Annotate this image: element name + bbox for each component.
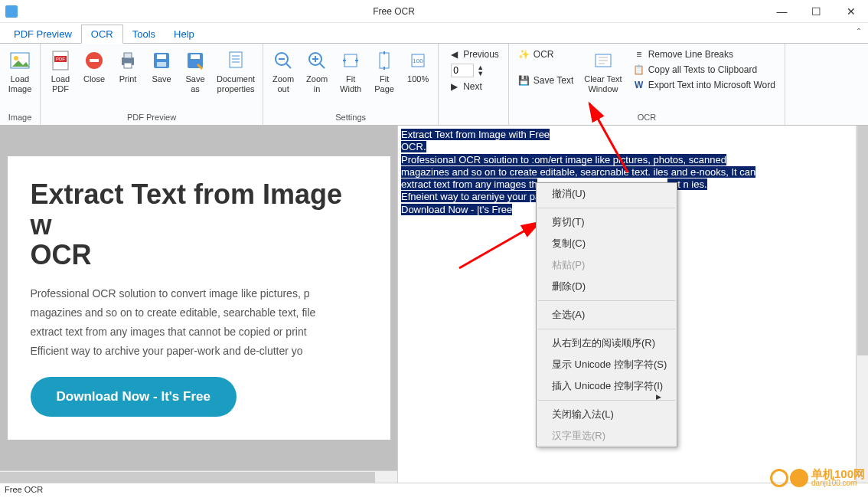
page-heading: Extract Text from Image wOCR bbox=[31, 179, 367, 270]
svg-point-1 bbox=[14, 56, 18, 61]
ctx-copy[interactable]: 复制(C) bbox=[537, 233, 677, 254]
fit-page-icon bbox=[372, 48, 396, 73]
ctx-undo[interactable]: 撤消(U) bbox=[537, 183, 677, 205]
save-button[interactable]: Save bbox=[145, 45, 178, 86]
minimize-button[interactable]: — bbox=[765, 0, 799, 23]
zoom-100-button[interactable]: 100 100% bbox=[401, 45, 435, 86]
vertical-scrollbar[interactable] bbox=[856, 126, 868, 483]
zoom-in-button[interactable]: Zoom in bbox=[300, 45, 334, 96]
ctx-separator bbox=[538, 208, 675, 208]
print-button[interactable]: Print bbox=[111, 45, 145, 86]
close-button[interactable]: ✕ bbox=[834, 0, 868, 23]
collapse-ribbon-icon[interactable]: ˆ bbox=[857, 28, 860, 38]
ctx-cut[interactable]: 剪切(T) bbox=[537, 211, 677, 233]
previous-icon: ◀ bbox=[448, 48, 460, 61]
preview-page: Extract Text from Image wOCR Professiona… bbox=[8, 156, 390, 440]
preview-viewport[interactable]: Extract Text from Image wOCR Professiona… bbox=[0, 126, 397, 470]
group-settings-title: Settings bbox=[266, 111, 435, 123]
fit-page-button[interactable]: Fit Page bbox=[367, 45, 401, 96]
ctx-delete[interactable]: 删除(D) bbox=[537, 276, 677, 297]
export-word-button[interactable]: W Export Text into Microsoft Word bbox=[630, 77, 778, 93]
image-icon bbox=[8, 48, 32, 73]
clear-text-button[interactable]: Clear Text Window bbox=[579, 45, 626, 96]
load-pdf-button[interactable]: PDF Load PDF bbox=[44, 45, 77, 96]
work-area: Extract Text from Image wOCR Professiona… bbox=[0, 126, 868, 483]
svg-text:PDF: PDF bbox=[56, 57, 65, 61]
zoom-in-icon bbox=[305, 48, 329, 73]
ocr-button[interactable]: ✨ OCR bbox=[515, 47, 576, 62]
horizontal-scrollbar[interactable] bbox=[0, 470, 397, 483]
scrollbar-thumb[interactable] bbox=[0, 472, 375, 483]
ctx-insert-unicode[interactable]: 插入 Unicode 控制字符(I) bbox=[537, 375, 677, 397]
title-bar: Free OCR — ☐ ✕ bbox=[0, 0, 868, 23]
tab-help[interactable]: Help bbox=[165, 25, 204, 43]
svg-line-23 bbox=[320, 64, 325, 68]
ctx-rtl[interactable]: 从右到左的阅读顺序(R) bbox=[537, 332, 677, 354]
ribbon: Load Image Image PDF Load PDF Close Prin… bbox=[0, 43, 868, 126]
svg-rect-14 bbox=[191, 54, 200, 59]
ctx-select-all[interactable]: 全选(A) bbox=[537, 304, 677, 326]
ctx-show-unicode[interactable]: 显示 Unicode 控制字符(S) bbox=[537, 354, 677, 375]
tab-ocr[interactable]: OCR bbox=[81, 25, 123, 44]
svg-rect-8 bbox=[124, 53, 132, 58]
remove-breaks-button[interactable]: ≡ Remove Line Breaks bbox=[630, 47, 778, 62]
close-pdf-button[interactable]: Close bbox=[77, 45, 111, 86]
print-label: Print bbox=[119, 74, 137, 84]
previous-label: Previous bbox=[463, 49, 499, 60]
group-settings: Zoom out Zoom in Fit Width Fit Page 100 … bbox=[263, 44, 439, 125]
fit-width-label: Fit Width bbox=[340, 74, 361, 94]
load-image-label: Load Image bbox=[8, 74, 32, 94]
ctx-paste[interactable]: 粘贴(P) bbox=[537, 254, 677, 276]
close-icon bbox=[82, 48, 106, 73]
app-icon bbox=[0, 5, 23, 18]
fit-page-label: Fit Page bbox=[374, 74, 394, 94]
clear-icon bbox=[591, 48, 615, 73]
percent-icon: 100 bbox=[406, 48, 430, 73]
tab-tools[interactable]: Tools bbox=[123, 25, 165, 43]
ocr-line: Download Now - |t's Free bbox=[401, 204, 512, 215]
load-pdf-label: Load PDF bbox=[51, 74, 70, 94]
fit-width-button[interactable]: Fit Width bbox=[334, 45, 367, 96]
pdf-icon: PDF bbox=[48, 48, 73, 73]
download-button: Download Now - It's Free bbox=[31, 377, 237, 417]
group-nav-title bbox=[442, 111, 505, 123]
svg-rect-15 bbox=[230, 52, 242, 67]
maximize-button[interactable]: ☐ bbox=[799, 0, 834, 23]
group-pdf-preview: PDF Load PDF Close Print Save Save as bbox=[41, 44, 263, 125]
watermark-name: 单机100网 bbox=[811, 469, 865, 480]
save-as-icon bbox=[183, 48, 207, 73]
page-number-input[interactable] bbox=[451, 64, 474, 77]
ctx-close-ime[interactable]: 关闭输入法(L) bbox=[537, 404, 677, 425]
next-button[interactable]: ▶ Next bbox=[445, 79, 502, 94]
save-label: Save bbox=[152, 74, 171, 84]
doc-properties-button[interactable]: Document properties bbox=[212, 45, 259, 96]
group-image: Load Image Image bbox=[0, 44, 41, 125]
load-image-button[interactable]: Load Image bbox=[3, 45, 37, 96]
ctx-hanzi[interactable]: 汉字重选(R) bbox=[537, 425, 677, 447]
svg-rect-9 bbox=[124, 63, 132, 68]
svg-rect-26 bbox=[344, 54, 357, 67]
page-number-row: ▲▼ bbox=[445, 62, 502, 79]
svg-text:100: 100 bbox=[413, 57, 423, 64]
group-ocr-actions: ✨ OCR 💾 Save Text Clear Text Window ≡ Re… bbox=[509, 44, 785, 125]
zoom-100-label: 100% bbox=[407, 74, 429, 84]
scrollbar-thumb[interactable] bbox=[857, 126, 868, 355]
export-word-label: Export Text into Microsoft Word bbox=[648, 80, 775, 90]
zoom-out-button[interactable]: Zoom out bbox=[266, 45, 300, 96]
svg-rect-6 bbox=[90, 59, 99, 62]
ocr-line: Extract Text from Image with Free bbox=[401, 129, 550, 140]
ocr-line: extract text from any images th bbox=[401, 178, 537, 190]
status-text: Free OCR bbox=[5, 485, 43, 494]
next-icon: ▶ bbox=[448, 80, 460, 93]
tab-pdf-preview[interactable]: PDF Preview bbox=[5, 25, 81, 43]
ocr-line: Efneient way to areniye your pa bbox=[401, 191, 540, 202]
save-as-button[interactable]: Save as bbox=[178, 45, 212, 96]
next-label: Next bbox=[463, 81, 482, 92]
previous-button[interactable]: ◀ Previous bbox=[445, 47, 502, 62]
page-stepper-icon[interactable]: ▲▼ bbox=[477, 64, 484, 77]
properties-icon bbox=[224, 48, 248, 73]
context-menu: 撤消(U) 剪切(T) 复制(C) 粘贴(P) 删除(D) 全选(A) 从右到左… bbox=[536, 182, 677, 447]
save-text-button[interactable]: 💾 Save Text bbox=[515, 73, 576, 88]
group-image-title: Image bbox=[3, 111, 37, 123]
copy-clipboard-button[interactable]: 📋 Copy all Texts to Clipboard bbox=[630, 62, 778, 77]
